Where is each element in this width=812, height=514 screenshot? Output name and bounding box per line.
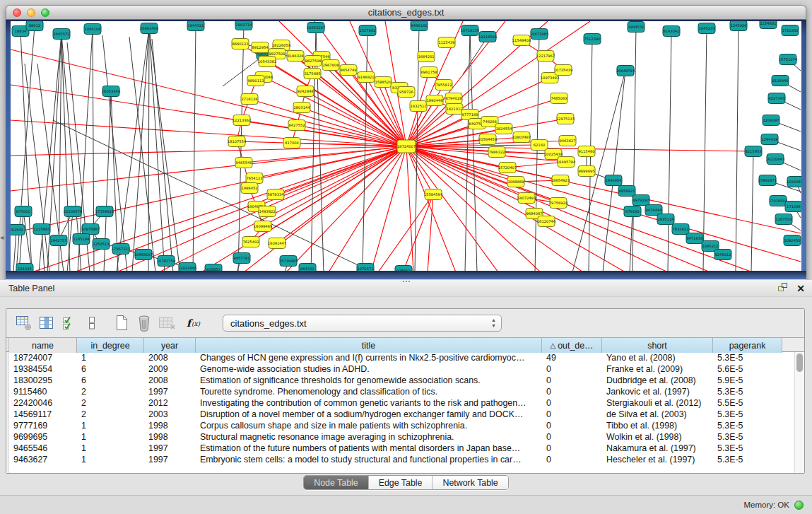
graph-node[interactable]: 7955812 bbox=[435, 80, 452, 90]
black-edge[interactable] bbox=[42, 229, 45, 271]
graph-node[interactable]: 171036 bbox=[785, 201, 801, 212]
graph-node[interactable]: 79756928 bbox=[549, 198, 567, 209]
graph-node[interactable]: 10735439 bbox=[554, 65, 572, 76]
black-edge[interactable] bbox=[751, 151, 753, 271]
graph-node[interactable]: 9466162 bbox=[411, 21, 428, 31]
graph-node[interactable]: 16091447 bbox=[268, 238, 286, 249]
graph-node[interactable]: 9699695 bbox=[578, 166, 595, 177]
column-header-short[interactable]: short bbox=[602, 338, 713, 353]
graph-node[interactable]: 8454749 bbox=[340, 65, 357, 76]
graph-node[interactable]: 925853 bbox=[205, 264, 222, 271]
float-window-icon[interactable] bbox=[777, 282, 788, 295]
graph-node[interactable]: 16099489 bbox=[254, 221, 272, 232]
graph-node[interactable]: 26053346 bbox=[102, 86, 120, 97]
graph-node[interactable]: 1250513 bbox=[93, 239, 110, 250]
black-edge[interactable] bbox=[193, 25, 196, 271]
delete-column-icon[interactable] bbox=[134, 313, 155, 333]
graph-node[interactable]: 16648794 bbox=[616, 66, 635, 76]
tab-edge-table[interactable]: Edge Table bbox=[368, 476, 433, 489]
graph-node[interactable]: 10543362 bbox=[258, 57, 276, 67]
graph-node[interactable]: 9146821 bbox=[358, 72, 375, 83]
table-row[interactable]: 1938455462009Genome-wide association stu… bbox=[9, 363, 786, 375]
table-row[interactable]: 1872400712008Changes of HCN gene express… bbox=[9, 352, 786, 363]
black-edge[interactable] bbox=[535, 34, 539, 271]
graph-node[interactable]: 1209387 bbox=[763, 115, 779, 126]
red-edge[interactable] bbox=[406, 146, 413, 271]
graph-node[interactable]: 12975115 bbox=[556, 114, 575, 124]
graph-node[interactable]: 1640954 bbox=[605, 175, 622, 186]
graph-node[interactable]: 19218596 bbox=[478, 32, 497, 42]
graph-node[interactable]: 1588520 bbox=[375, 77, 392, 88]
column-header-name[interactable]: name bbox=[9, 338, 77, 353]
close-icon[interactable]: ✕ bbox=[796, 284, 805, 293]
black-edge[interactable] bbox=[703, 28, 707, 271]
collapse-panel-arrow-icon[interactable]: ◂ bbox=[0, 233, 4, 241]
graph-node[interactable]: 1244419 bbox=[761, 134, 778, 145]
row-selection-icon[interactable] bbox=[81, 313, 102, 333]
graph-node[interactable]: 8958921 bbox=[618, 186, 635, 197]
table-mode-icon[interactable] bbox=[13, 313, 35, 333]
red-edge[interactable] bbox=[406, 146, 541, 271]
column-header-pagerank[interactable]: pagerank bbox=[713, 338, 782, 353]
graph-node[interactable]: 1167533 bbox=[775, 214, 792, 225]
column-header-in_degree[interactable]: in_degree bbox=[77, 338, 144, 353]
graph-node[interactable]: 1493822 bbox=[259, 206, 276, 217]
graph-node[interactable]: 8215953 bbox=[745, 146, 762, 157]
graph-node[interactable]: 1993714 bbox=[235, 21, 252, 30]
graph-node[interactable]: 1664201 bbox=[418, 52, 435, 62]
graph-node[interactable]: 417004 bbox=[283, 138, 300, 148]
graph-node[interactable]: 88612 bbox=[26, 21, 43, 31]
table-row[interactable]: 1456911722003Disruption of a novel membe… bbox=[9, 409, 786, 420]
black-edge[interactable] bbox=[132, 28, 149, 271]
graph-node[interactable]: 879192 bbox=[624, 206, 641, 217]
graph-node[interactable]: 11548408 bbox=[512, 35, 531, 46]
graph-node[interactable]: 7512390 bbox=[584, 34, 601, 45]
table-selector-dropdown[interactable]: citations_edges.txt ▲▼ bbox=[223, 315, 502, 332]
graph-node[interactable]: 8427552 bbox=[288, 120, 305, 131]
network-canvas[interactable]: 1872400718834886122405572140410420691406… bbox=[11, 21, 801, 271]
close-window-button[interactable] bbox=[13, 8, 21, 17]
table-row[interactable]: 946362711997Embryonic stem cells: a mode… bbox=[9, 454, 786, 465]
column-header-year[interactable]: year bbox=[144, 338, 196, 353]
graph-node[interactable]: 9827508 bbox=[305, 56, 322, 66]
graph-node[interactable]: 9129946 bbox=[772, 76, 789, 86]
red-edge[interactable] bbox=[406, 146, 456, 271]
graph-node[interactable]: 9242848 bbox=[297, 86, 314, 97]
graph-node[interactable]: 2405572 bbox=[53, 29, 70, 40]
graph-node[interactable]: 2718126 bbox=[241, 94, 258, 105]
graph-node[interactable]: 9457791 bbox=[233, 253, 250, 264]
black-edge[interactable] bbox=[668, 31, 671, 271]
red-edge[interactable] bbox=[286, 146, 406, 271]
graph-node[interactable]: 2967608 bbox=[322, 60, 339, 71]
graph-node[interactable]: 15584594 bbox=[424, 189, 443, 200]
graph-node[interactable]: 16210643 bbox=[766, 154, 784, 165]
graph-node[interactable]: 1632511 bbox=[410, 101, 427, 112]
graph-node[interactable]: 1721862 bbox=[782, 25, 799, 36]
scrollbar-thumb[interactable] bbox=[796, 354, 803, 372]
black-edge[interactable] bbox=[25, 64, 49, 271]
black-edge[interactable] bbox=[149, 28, 180, 271]
black-edge[interactable] bbox=[603, 71, 625, 271]
graph-node[interactable]: 1944321 bbox=[187, 21, 204, 31]
graph-node[interactable]: 62160 bbox=[531, 140, 548, 151]
graph-node[interactable]: 15892971 bbox=[758, 175, 777, 186]
graph-node[interactable]: 925812 bbox=[395, 266, 412, 271]
graph-node[interactable]: 1076571 bbox=[357, 264, 374, 271]
show-column-icon[interactable] bbox=[36, 313, 57, 333]
hub-graph-node[interactable]: 18724007 bbox=[397, 140, 416, 153]
graph-node[interactable]: 12923446 bbox=[178, 263, 196, 271]
graph-node[interactable]: 6794028 bbox=[445, 93, 462, 104]
graph-node[interactable]: 2803144 bbox=[293, 103, 310, 113]
graph-node[interactable]: 1045233 bbox=[698, 23, 715, 34]
graph-node[interactable]: 958726 bbox=[398, 87, 415, 98]
table-row[interactable]: 969969511998Structural magnetic resonanc… bbox=[9, 431, 786, 443]
graph-node[interactable]: 12213362 bbox=[233, 115, 251, 126]
graph-node[interactable]: 1990448 bbox=[426, 95, 443, 106]
graph-node[interactable]: 9115460 bbox=[578, 146, 595, 157]
graph-node[interactable]: 20691406 bbox=[140, 23, 158, 34]
graph-node[interactable]: 17957223 bbox=[112, 244, 130, 255]
graph-node[interactable]: 9463627 bbox=[559, 136, 576, 146]
red-edge[interactable] bbox=[159, 146, 406, 271]
graph-node[interactable]: 1621012 bbox=[446, 104, 463, 115]
create-column-icon[interactable] bbox=[111, 313, 132, 333]
